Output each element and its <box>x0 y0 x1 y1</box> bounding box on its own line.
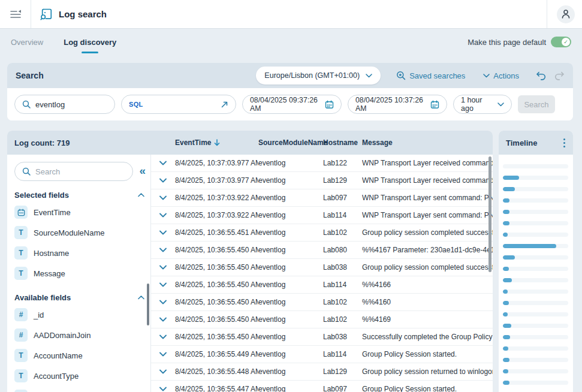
saved-searches-button[interactable]: Saved searches <box>396 71 465 80</box>
table-row[interactable]: 8/4/2025, 10:36:55.450 AM eventlog Lab03… <box>151 328 493 346</box>
field-item[interactable]: EventTime <box>14 202 146 222</box>
expand-row-chevron-icon[interactable] <box>151 369 175 374</box>
collapse-sidebar-icon[interactable]: « <box>139 165 146 178</box>
table-row[interactable]: 8/4/2025, 10:36:55.449 AM eventlog Lab11… <box>151 346 493 363</box>
to-datetime-field[interactable]: 08/04/2025 10:37:26 AM <box>348 95 447 114</box>
tab-overview[interactable]: Overview <box>10 29 44 55</box>
expand-row-chevron-icon[interactable] <box>151 317 175 322</box>
expand-row-chevron-icon[interactable] <box>151 282 175 287</box>
timeline-row[interactable] <box>503 309 568 320</box>
selected-fields-section-header[interactable]: Selected fields <box>14 191 144 200</box>
cell-sourcemodulename: eventlog <box>258 281 323 289</box>
cell-message: WNP Transport Layer sent command: PNG, T… <box>362 194 493 202</box>
query-input[interactable] <box>35 100 107 109</box>
timeline-row[interactable] <box>503 286 568 297</box>
table-scrollbar-thumb[interactable] <box>488 156 491 272</box>
timeline-row[interactable] <box>503 172 568 183</box>
timeline-panel: Timeline <box>499 131 573 392</box>
kebab-menu-icon[interactable] <box>562 137 567 149</box>
expand-row-chevron-icon[interactable] <box>151 230 175 235</box>
timeline-row[interactable] <box>503 263 568 275</box>
sql-query-field[interactable]: SQL <box>121 95 236 114</box>
timeline-row[interactable] <box>503 275 568 286</box>
actions-button[interactable]: Actions <box>483 71 519 80</box>
timeline-row[interactable] <box>503 331 568 343</box>
time-range-select[interactable]: 1 hour ago <box>453 95 512 114</box>
timeline-row[interactable] <box>503 320 568 331</box>
timezone-select[interactable]: Europe/Lisbon (GMT+01:00) <box>256 67 381 85</box>
timeline-row[interactable] <box>503 195 568 206</box>
table-row[interactable]: 8/4/2025, 10:36:55.450 AM eventlog Lab10… <box>151 294 493 311</box>
timeline-row[interactable] <box>503 354 568 366</box>
timeline-row[interactable] <box>503 377 568 388</box>
expand-row-chevron-icon[interactable] <box>151 387 175 391</box>
field-search-input[interactable] <box>35 167 125 176</box>
expand-row-chevron-icon[interactable] <box>151 161 175 165</box>
redo-icon[interactable] <box>554 71 565 80</box>
timeline-row[interactable] <box>503 388 568 392</box>
cell-sourcemodulename: eventlog <box>258 159 323 167</box>
column-header-message[interactable]: Message <box>362 138 493 147</box>
timeline-row[interactable] <box>503 297 568 309</box>
available-fields-section-header[interactable]: Available fields <box>14 293 144 302</box>
tab-log-discovery[interactable]: Log discovery <box>62 29 117 55</box>
timeline-row[interactable] <box>503 343 568 354</box>
chevron-down-icon <box>366 74 372 78</box>
field-item[interactable]: # AcpiDsdProperty <box>14 386 146 392</box>
from-datetime-value: 08/04/2025 09:37:26 AM <box>250 96 320 113</box>
field-item[interactable]: T AccountType <box>14 366 146 386</box>
table-row[interactable]: 8/4/2025, 10:36:55.450 AM eventlog Lab10… <box>151 311 493 328</box>
timeline-row[interactable] <box>503 252 568 263</box>
table-row[interactable]: 8/4/2025, 10:37:03.922 AM eventlog Lab11… <box>151 207 493 224</box>
expand-row-chevron-icon[interactable] <box>151 213 175 218</box>
field-item[interactable]: # AADDomainJoin <box>14 325 146 345</box>
calendar-icon[interactable] <box>325 100 334 109</box>
table-row[interactable]: 8/4/2025, 10:36:55.450 AM eventlog Lab08… <box>151 242 493 259</box>
expand-row-chevron-icon[interactable] <box>151 265 175 270</box>
expand-row-chevron-icon[interactable] <box>151 352 175 357</box>
table-row[interactable]: 8/4/2025, 10:36:55.451 AM eventlog Lab10… <box>151 224 493 242</box>
cell-hostname: Lab038 <box>323 263 362 272</box>
expand-row-chevron-icon[interactable] <box>151 178 175 183</box>
column-header-hostname[interactable]: Hostname <box>323 138 362 147</box>
field-item[interactable]: # _id <box>14 304 146 325</box>
undo-icon[interactable] <box>536 71 546 80</box>
sidebar-scrollbar-thumb[interactable] <box>147 284 149 325</box>
expand-row-chevron-icon[interactable] <box>151 300 175 304</box>
available-fields-title: Available fields <box>14 293 71 302</box>
cell-sourcemodulename: eventlog <box>258 263 323 272</box>
timeline-row[interactable] <box>503 366 568 377</box>
timeline-row[interactable] <box>503 206 568 218</box>
table-row[interactable]: 8/4/2025, 10:37:03.922 AM eventlog Lab09… <box>151 189 493 207</box>
timeline-row[interactable] <box>503 229 568 240</box>
timeline-row[interactable] <box>503 161 568 172</box>
search-submit-button[interactable]: Search <box>518 95 555 113</box>
expand-row-chevron-icon[interactable] <box>151 195 175 200</box>
field-item[interactable]: T Message <box>14 263 146 284</box>
table-row[interactable]: 8/4/2025, 10:36:55.450 AM eventlog Lab11… <box>151 276 493 294</box>
table-row[interactable]: 8/4/2025, 10:37:03.977 AM eventlog Lab12… <box>151 172 493 189</box>
cell-hostname: Lab129 <box>323 176 362 185</box>
table-row[interactable]: 8/4/2025, 10:37:03.977 AM eventlog Lab12… <box>151 155 493 172</box>
field-item[interactable]: T AccountName <box>14 345 146 366</box>
expand-row-chevron-icon[interactable] <box>151 334 175 339</box>
sort-desc-icon[interactable] <box>214 139 220 146</box>
timeline-row[interactable] <box>503 218 568 229</box>
expand-arrow-icon[interactable] <box>221 101 228 108</box>
expand-row-chevron-icon[interactable] <box>151 248 175 252</box>
column-header-eventtime[interactable]: EventTime <box>175 138 258 147</box>
from-datetime-field[interactable]: 08/04/2025 09:37:26 AM <box>242 95 342 114</box>
timeline-row[interactable] <box>503 183 568 195</box>
field-item[interactable]: T SourceModuleName <box>14 222 146 243</box>
table-row[interactable]: 8/4/2025, 10:36:55.447 AM eventlog Lab09… <box>151 381 493 392</box>
column-header-sourcemodulename[interactable]: SourceModuleName <box>258 138 323 147</box>
timeline-row[interactable] <box>503 240 568 252</box>
table-row[interactable]: 8/4/2025, 10:36:55.450 AM eventlog Lab03… <box>151 259 493 276</box>
field-item[interactable]: T Hostname <box>14 243 146 263</box>
calendar-icon[interactable] <box>430 100 439 109</box>
log-table: 8/4/2025, 10:37:03.977 AM eventlog Lab12… <box>151 155 493 392</box>
menu-collapse-button[interactable] <box>0 0 31 28</box>
user-avatar-button[interactable] <box>557 5 575 23</box>
make-default-toggle[interactable]: ✓ <box>551 37 571 47</box>
table-row[interactable]: 8/4/2025, 10:36:55.448 AM eventlog Lab12… <box>151 363 493 381</box>
